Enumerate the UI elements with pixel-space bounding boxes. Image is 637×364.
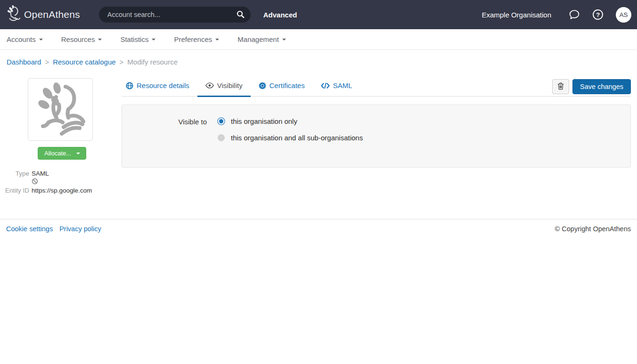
privacy-policy-link[interactable]: Privacy policy <box>59 225 101 233</box>
menu-label: Resources <box>61 35 95 43</box>
main-menu-bar: Accounts Resources Statistics Preference… <box>0 29 637 50</box>
svg-text:?: ? <box>596 11 600 18</box>
certificate-icon <box>259 82 266 89</box>
tab-visibility[interactable]: Visibility <box>197 76 251 96</box>
type-value: SAML <box>32 170 49 178</box>
advanced-search-link[interactable]: Advanced <box>263 11 297 19</box>
option-label: this organisation and all sub-organisati… <box>231 134 363 142</box>
blocked-icon-row <box>32 178 122 185</box>
menu-preferences[interactable]: Preferences <box>174 35 219 43</box>
menu-label: Statistics <box>120 35 148 43</box>
option-this-organisation-only[interactable]: this organisation only <box>217 117 363 125</box>
chat-bubble-icon <box>569 15 580 22</box>
chevron-down-icon <box>215 39 219 40</box>
search-icon <box>237 13 245 20</box>
menu-label: Management <box>237 35 279 43</box>
menu-label: Preferences <box>174 35 212 43</box>
option-label: this organisation only <box>231 117 297 125</box>
breadcrumb-separator: > <box>120 58 124 66</box>
save-changes-button[interactable]: Save changes <box>572 79 631 94</box>
breadcrumb-current-page: Modify resource <box>127 58 178 66</box>
entity-id-row: Entity ID https://sp.google.com <box>0 186 122 194</box>
page-footer: Cookie settings Privacy policy © Copyrig… <box>0 219 637 238</box>
visibility-options: this organisation only this organisation… <box>217 117 363 150</box>
copyright-text: © Copyright OpenAthens <box>555 225 631 233</box>
chevron-down-icon <box>152 39 155 40</box>
entity-id-value: https://sp.google.com <box>32 186 92 194</box>
resource-main-panel: Resource details Visibility <box>122 72 631 168</box>
tab-certificates[interactable]: Certificates <box>251 76 313 96</box>
trash-icon <box>557 82 564 91</box>
chevron-down-icon <box>98 39 102 40</box>
tab-label: Certificates <box>270 81 305 89</box>
header-actions: Save changes <box>552 79 631 94</box>
top-navbar: OpenAthens Advanced Example Organisation <box>0 0 637 29</box>
chevron-down-icon <box>76 153 80 154</box>
athena-placeholder-image <box>34 81 86 138</box>
tab-label: Visibility <box>217 81 243 89</box>
cookie-settings-link[interactable]: Cookie settings <box>6 225 53 233</box>
menu-accounts[interactable]: Accounts <box>7 35 43 43</box>
account-search-input[interactable] <box>99 7 251 23</box>
entity-id-label: Entity ID <box>0 186 29 194</box>
content-area: Allocate... Type SAML Entity ID https://… <box>0 72 637 219</box>
athena-brand-icon <box>7 5 21 25</box>
allocate-label: Allocate... <box>44 150 71 157</box>
resource-tabs: Resource details Visibility <box>118 76 360 96</box>
type-label: Type <box>0 170 29 178</box>
brand-name: OpenAthens <box>24 9 80 20</box>
eye-icon <box>205 82 214 89</box>
search-button[interactable] <box>237 10 245 18</box>
help-icon: ? <box>592 15 604 22</box>
visibility-panel: Visible to this organisation only this o… <box>122 105 631 168</box>
breadcrumb-dashboard[interactable]: Dashboard <box>7 58 41 66</box>
menu-statistics[interactable]: Statistics <box>120 35 155 43</box>
breadcrumb-resource-catalogue[interactable]: Resource catalogue <box>53 58 115 66</box>
menu-management[interactable]: Management <box>237 35 286 43</box>
code-icon <box>321 82 330 89</box>
tab-label: SAML <box>333 81 352 89</box>
resource-image-card <box>28 78 93 141</box>
organisation-name: Example Organisation <box>482 11 551 19</box>
tabs-and-actions-header: Resource details Visibility <box>122 76 631 97</box>
radio-unselected-icon[interactable] <box>218 134 225 141</box>
chevron-down-icon <box>39 39 43 40</box>
allocate-button[interactable]: Allocate... <box>38 147 86 160</box>
help-button[interactable]: ? <box>592 9 604 20</box>
visible-to-row: Visible to this organisation only this o… <box>122 117 630 150</box>
breadcrumb-separator: > <box>45 58 49 66</box>
resource-sidebar: Allocate... Type SAML Entity ID https://… <box>0 72 122 194</box>
user-avatar[interactable]: AS <box>616 7 631 23</box>
prohibited-icon <box>32 179 38 186</box>
menu-label: Accounts <box>7 35 36 43</box>
openathens-logo[interactable]: OpenAthens <box>7 5 80 25</box>
globe-icon <box>126 82 133 89</box>
breadcrumb: Dashboard > Resource catalogue > Modify … <box>0 50 637 72</box>
radio-selected-icon[interactable] <box>217 117 225 125</box>
tab-label: Resource details <box>137 81 189 89</box>
tab-saml[interactable]: SAML <box>313 76 360 96</box>
account-search <box>99 7 251 23</box>
option-org-and-sub-organisations[interactable]: this organisation and all sub-organisati… <box>217 134 363 142</box>
visible-to-label: Visible to <box>122 117 207 150</box>
type-row: Type SAML <box>0 170 122 178</box>
avatar-initials: AS <box>619 11 628 18</box>
menu-resources[interactable]: Resources <box>61 35 102 43</box>
feedback-button[interactable] <box>569 9 580 20</box>
tab-resource-details[interactable]: Resource details <box>118 76 197 96</box>
resource-metadata: Type SAML Entity ID https://sp.google.co… <box>0 170 122 194</box>
chevron-down-icon <box>282 39 286 40</box>
delete-resource-button[interactable] <box>552 79 569 94</box>
